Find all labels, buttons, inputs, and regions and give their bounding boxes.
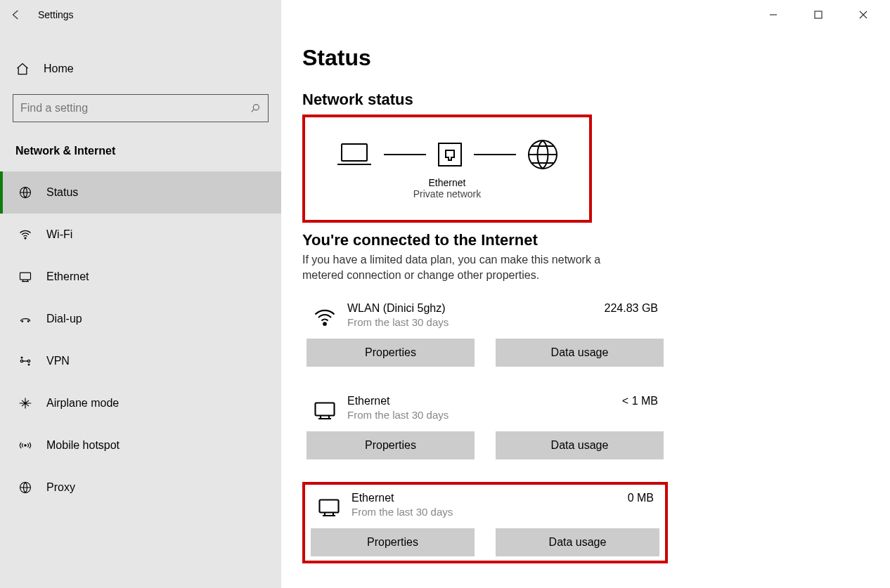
home-icon [15,62,30,76]
category-title: Network & Internet [0,125,281,171]
connector-line [474,154,516,155]
svg-rect-17 [316,403,335,415]
search-box[interactable] [13,94,269,122]
maximize-button[interactable] [806,4,831,25]
sidebar: Settings Home Network & Internet Status … [0,0,281,588]
data-usage-button[interactable]: Data usage [496,528,659,556]
nav-item-label: VPN [46,355,70,367]
globe-icon [526,138,560,171]
svg-point-8 [21,357,22,358]
nav-item-proxy[interactable]: Proxy [0,466,281,509]
connected-heading: You're connected to the Internet [302,231,869,249]
nav-item-dialup[interactable]: Dial-up [0,298,281,340]
svg-point-9 [28,364,30,365]
nav-item-ethernet[interactable]: Ethernet [0,256,281,298]
svg-point-10 [25,445,26,446]
wifi-icon [18,228,32,242]
nav-list: Status Wi-Fi Ethernet Dial-up VPN [0,171,281,509]
svg-point-4 [22,321,23,322]
section-title: Network status [302,91,869,109]
connector-line [384,154,426,155]
titlebar-left: Settings [0,0,281,31]
nav-item-label: Status [46,186,78,199]
adapter-usage: 0 MB [628,492,654,504]
nav-item-vpn[interactable]: VPN [0,340,281,382]
search-icon [250,103,261,114]
dialup-icon [18,312,32,326]
network-diagram: Ethernet Private network [302,115,592,223]
diagram-labels: Ethernet Private network [413,177,481,200]
nav-item-label: Ethernet [46,270,89,283]
adapter-usage: 224.83 GB [605,302,659,315]
connected-body: If you have a limited data plan, you can… [302,252,640,284]
hotspot-icon [18,438,32,452]
ethernet-icon [18,270,32,284]
nav-item-label: Dial-up [46,313,82,325]
ethernet-icon [316,495,342,520]
main-content: Status Network status Ethernet Private n… [281,0,890,588]
back-icon[interactable] [10,8,22,21]
adapter-name: Ethernet [347,395,612,407]
data-usage-button[interactable]: Data usage [496,339,664,367]
proxy-globe-icon [18,481,32,495]
app-title: Settings [38,9,74,20]
svg-point-7 [27,360,30,362]
close-button[interactable] [851,4,876,25]
nav-item-label: Wi-Fi [46,228,72,241]
nav-home-label: Home [44,63,74,75]
nav-item-airplane[interactable]: Airplane mode [0,382,281,424]
minimize-button[interactable] [761,4,786,25]
svg-point-5 [27,321,29,322]
adapter-card: WLAN (Dinici 5ghz) From the last 30 days… [302,296,668,377]
adapter-card: Ethernet From the last 30 days 0 MB Prop… [302,482,668,563]
svg-rect-18 [320,499,339,512]
ethernet-icon [312,398,337,423]
wifi-icon [312,305,337,330]
svg-rect-12 [815,11,822,18]
adapter-sub: From the last 30 days [347,316,595,328]
svg-point-2 [25,237,26,239]
adapter-card: Ethernet From the last 30 days < 1 MB Pr… [302,389,668,469]
svg-rect-3 [20,273,31,280]
svg-point-6 [20,360,22,362]
window-controls [761,4,884,25]
adapter-usage: < 1 MB [622,395,658,407]
svg-point-16 [323,322,326,325]
search-input[interactable] [20,102,244,115]
nav-item-label: Proxy [46,481,75,494]
diagram-adapter-label: Ethernet [413,177,481,188]
airplane-icon [18,396,32,410]
vpn-icon [18,354,32,368]
data-usage-button[interactable]: Data usage [496,431,664,459]
nav-item-wifi[interactable]: Wi-Fi [0,214,281,256]
nav-home[interactable]: Home [0,52,281,86]
nav-item-hotspot[interactable]: Mobile hotspot [0,424,281,466]
properties-button[interactable]: Properties [311,528,475,556]
svg-point-0 [253,105,259,110]
properties-button[interactable]: Properties [307,431,475,459]
svg-rect-13 [342,144,367,161]
globe-icon [18,185,32,200]
adapter-name: WLAN (Dinici 5ghz) [347,302,595,315]
nav-item-label: Airplane mode [46,397,119,410]
page-title: Status [302,45,869,71]
ethernet-port-icon [436,141,464,169]
laptop-icon [335,141,374,169]
adapter-name: Ethernet [352,492,618,504]
nav-item-label: Mobile hotspot [46,439,120,452]
adapter-sub: From the last 30 days [347,409,612,421]
properties-button[interactable]: Properties [307,339,475,367]
nav-item-status[interactable]: Status [0,171,281,214]
diagram-network-type: Private network [413,188,481,200]
svg-rect-14 [439,143,461,166]
adapter-sub: From the last 30 days [352,506,618,518]
